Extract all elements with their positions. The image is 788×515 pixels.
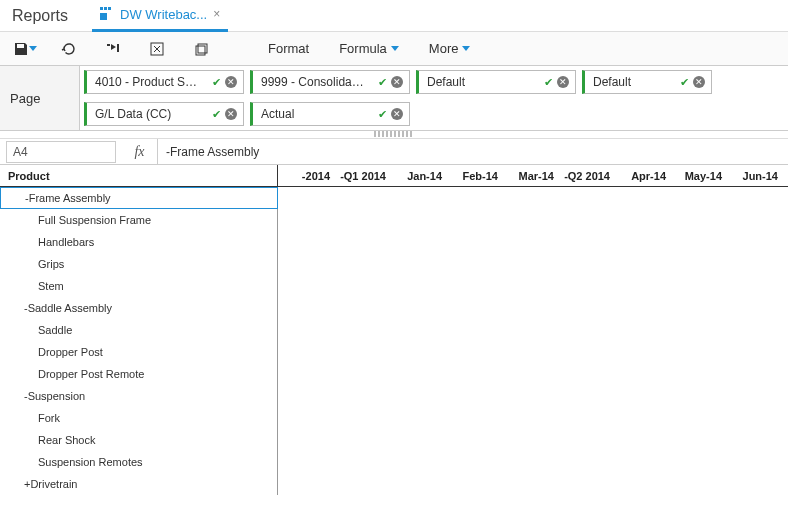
save-button[interactable]: [12, 38, 38, 60]
chip-label: 9999 - Consolidate...: [253, 75, 372, 89]
filter-chip[interactable]: Default✔✕: [582, 70, 712, 94]
chip-label: Actual: [253, 107, 372, 121]
column-header-period[interactable]: Apr-14: [614, 165, 670, 186]
svg-rect-1: [196, 46, 205, 55]
table-row[interactable]: -Saddle Assembly: [0, 297, 788, 319]
column-header-period[interactable]: Jun-14: [726, 165, 782, 186]
filter-chip[interactable]: 4010 - Product Sales✔✕: [84, 70, 244, 94]
table-row[interactable]: Full Suspension Frame: [0, 209, 788, 231]
filter-chip[interactable]: Actual✔✕: [250, 102, 410, 126]
check-icon: ✔: [378, 76, 387, 89]
chevron-down-icon: [462, 46, 470, 51]
remove-icon[interactable]: ✕: [391, 76, 403, 88]
remove-icon[interactable]: ✕: [225, 76, 237, 88]
table-row[interactable]: Dropper Post Remote: [0, 363, 788, 385]
remove-icon[interactable]: ✕: [693, 76, 705, 88]
chip-label: G/L Data (CC): [87, 107, 206, 121]
filter-chip[interactable]: G/L Data (CC)✔✕: [84, 102, 244, 126]
format-menu[interactable]: Format: [262, 41, 315, 56]
cube-icon: [100, 7, 114, 21]
chip-label: 4010 - Product Sales: [87, 75, 206, 89]
formula-menu[interactable]: Formula: [333, 41, 405, 56]
row-label[interactable]: Saddle: [0, 319, 278, 341]
table-row[interactable]: -Suspension: [0, 385, 788, 407]
formula-input[interactable]: [158, 141, 788, 163]
column-header-period[interactable]: -Q1 2014: [334, 165, 390, 186]
table-row[interactable]: Saddle: [0, 319, 788, 341]
suppress-button[interactable]: [144, 38, 170, 60]
table-row[interactable]: -Frame Assembly: [0, 187, 788, 209]
refresh-button[interactable]: [56, 38, 82, 60]
table-row[interactable]: Fork: [0, 407, 788, 429]
table-row[interactable]: Stem: [0, 275, 788, 297]
column-header-period[interactable]: -Q2 2014: [558, 165, 614, 186]
row-label[interactable]: Suspension Remotes: [0, 451, 278, 473]
column-header-period[interactable]: Mar-14: [502, 165, 558, 186]
row-label[interactable]: Handlebars: [0, 231, 278, 253]
column-header-product[interactable]: Product: [0, 165, 278, 186]
row-label[interactable]: -Suspension: [0, 385, 278, 407]
row-label[interactable]: Grips: [0, 253, 278, 275]
row-label[interactable]: Stem: [0, 275, 278, 297]
cell-reference-input[interactable]: [6, 141, 116, 163]
column-header-period[interactable]: Feb-14: [446, 165, 502, 186]
toolbar: Format Formula More: [0, 32, 788, 66]
close-icon[interactable]: ×: [213, 7, 220, 21]
row-label[interactable]: -Frame Assembly: [0, 187, 278, 209]
document-tab-label: DW Writebac...: [120, 7, 207, 22]
row-label[interactable]: Dropper Post: [0, 341, 278, 363]
table-row[interactable]: Suspension Remotes: [0, 451, 788, 473]
check-icon: ✔: [544, 76, 553, 89]
formula-bar: fx: [0, 139, 788, 165]
formula-menu-label: Formula: [339, 41, 387, 56]
fx-icon[interactable]: fx: [122, 139, 158, 164]
remove-icon[interactable]: ✕: [225, 108, 237, 120]
row-label[interactable]: Fork: [0, 407, 278, 429]
table-row[interactable]: Handlebars: [0, 231, 788, 253]
tab-strip: Reports DW Writebac... ×: [0, 0, 788, 32]
check-icon: ✔: [378, 108, 387, 121]
row-label[interactable]: -Saddle Assembly: [0, 297, 278, 319]
splitter-handle[interactable]: [0, 131, 788, 139]
column-header-period[interactable]: -2014: [278, 165, 334, 186]
copy-button[interactable]: [188, 38, 214, 60]
filter-chip[interactable]: Default✔✕: [416, 70, 576, 94]
table-row[interactable]: +Drivetrain: [0, 473, 788, 495]
check-icon: ✔: [212, 108, 221, 121]
document-tab[interactable]: DW Writebac... ×: [92, 0, 228, 32]
chip-label: Default: [585, 75, 674, 89]
filter-chips: 4010 - Product Sales✔✕9999 - Consolidate…: [80, 66, 788, 130]
grid-header: Product -2014-Q1 2014Jan-14Feb-14Mar-14-…: [0, 165, 788, 187]
table-row[interactable]: Dropper Post: [0, 341, 788, 363]
table-row[interactable]: Grips: [0, 253, 788, 275]
row-label[interactable]: Rear Shock: [0, 429, 278, 451]
remove-icon[interactable]: ✕: [557, 76, 569, 88]
publish-button[interactable]: [100, 38, 126, 60]
reports-tab[interactable]: Reports: [12, 7, 68, 25]
svg-rect-2: [198, 44, 207, 53]
row-label[interactable]: Full Suspension Frame: [0, 209, 278, 231]
more-menu[interactable]: More: [423, 41, 477, 56]
row-label[interactable]: +Drivetrain: [0, 473, 278, 495]
page-filter-area: Page 4010 - Product Sales✔✕9999 - Consol…: [0, 66, 788, 131]
remove-icon[interactable]: ✕: [391, 108, 403, 120]
grid-body[interactable]: -Frame AssemblyFull Suspension FrameHand…: [0, 187, 788, 515]
filter-chip[interactable]: 9999 - Consolidate...✔✕: [250, 70, 410, 94]
column-header-period[interactable]: May-14: [670, 165, 726, 186]
column-header-period[interactable]: Jan-14: [390, 165, 446, 186]
chevron-down-icon: [391, 46, 399, 51]
check-icon: ✔: [680, 76, 689, 89]
row-label[interactable]: Dropper Post Remote: [0, 363, 278, 385]
chip-label: Default: [419, 75, 538, 89]
page-label: Page: [0, 66, 80, 130]
chevron-down-icon: [29, 46, 37, 51]
more-menu-label: More: [429, 41, 459, 56]
table-row[interactable]: Rear Shock: [0, 429, 788, 451]
check-icon: ✔: [212, 76, 221, 89]
